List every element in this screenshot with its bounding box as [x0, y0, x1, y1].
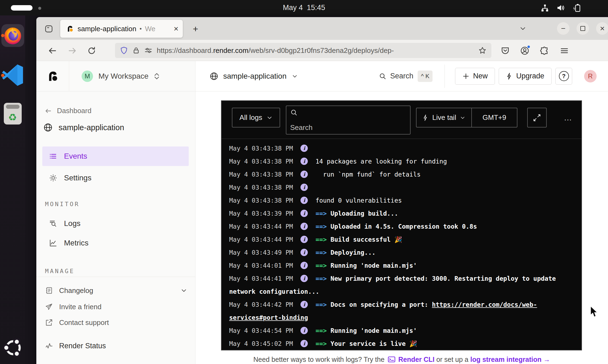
logs-search-icon — [49, 219, 57, 228]
battery-charging-icon — [572, 4, 581, 12]
log-arrow-green: ==> — [315, 340, 330, 347]
back-button[interactable] — [48, 46, 57, 55]
tab-bar: sample-application • We × + − × — [36, 17, 608, 40]
search-label: Search — [390, 72, 414, 80]
search-icon — [379, 72, 386, 80]
sidebar-divider — [36, 277, 195, 277]
browser-tab[interactable]: sample-application • We × — [60, 20, 183, 38]
sidebar-item-logs[interactable]: Logs — [42, 214, 189, 233]
log-message: ==> Build successful 🎉 — [315, 236, 402, 243]
bookmark-star-icon[interactable] — [478, 46, 487, 55]
log-row: May 4 03:43:39 PMi==> Uploading build... — [229, 207, 574, 220]
sidebar-item-settings[interactable]: Settings — [42, 168, 189, 188]
chevron-down-icon — [292, 73, 298, 79]
log-row: May 4 03:43:49 PMi==> Deploying... — [229, 246, 574, 259]
mouse-cursor — [590, 306, 598, 318]
log-search-input[interactable]: Search — [286, 106, 411, 135]
permissions-icon[interactable] — [144, 46, 152, 55]
log-message: ==> Uploading build... — [315, 210, 398, 217]
help-button[interactable]: ? — [555, 68, 572, 85]
search-icon — [290, 109, 298, 116]
info-icon[interactable]: i — [300, 249, 308, 256]
sidebar-back-to-dashboard[interactable]: Dashboard — [44, 107, 91, 115]
info-icon[interactable]: i — [300, 327, 308, 334]
info-icon[interactable]: i — [300, 171, 308, 178]
hamburger-menu-icon[interactable] — [560, 46, 569, 55]
info-icon[interactable]: i — [300, 340, 308, 347]
log-timestamp: May 4 03:43:38 PM — [229, 197, 293, 204]
events-list-icon — [49, 152, 57, 161]
footer-text: or set up a — [434, 356, 470, 363]
expand-logs-button[interactable] — [527, 108, 547, 127]
upgrade-button[interactable]: Upgrade — [499, 68, 552, 85]
dock-show-apps-ubuntu[interactable] — [0, 336, 25, 360]
dock-firefox[interactable] — [0, 24, 25, 47]
service-name: sample-application — [223, 72, 286, 81]
log-arrow-blue: ==> — [315, 249, 330, 256]
firefox-icon — [1, 24, 24, 47]
window-maximize-button[interactable] — [577, 22, 589, 35]
log-arrow-blue: ==> — [315, 301, 330, 308]
live-tail-dropdown[interactable]: Live tail — [417, 108, 471, 127]
lock-icon[interactable] — [132, 47, 140, 54]
system-clock[interactable]: May 4 15:45 — [0, 0, 608, 15]
service-selector[interactable]: sample-application — [210, 72, 298, 81]
log-message: 14 packages are looking for funding — [315, 158, 447, 165]
url-bar[interactable]: https://dashboard.render.com/web/srv-d0b… — [115, 43, 491, 58]
render-logo-cell[interactable] — [36, 61, 69, 91]
render-cli-link[interactable]: Render CLI — [398, 356, 434, 363]
tab-close-button[interactable]: × — [174, 25, 178, 33]
new-button[interactable]: New — [455, 68, 495, 85]
sidebar-item-metrics[interactable]: Metrics — [42, 233, 189, 253]
info-icon[interactable]: i — [300, 210, 308, 217]
global-search[interactable]: Search ^ K — [379, 71, 433, 82]
log-body[interactable]: May 4 03:43:38 PMiMay 4 03:43:38 PMi14 p… — [222, 139, 581, 350]
log-arrow-blue: ==> — [315, 275, 330, 282]
globe-icon — [43, 123, 53, 132]
volume-icon — [556, 4, 565, 12]
info-icon[interactable]: i — [300, 145, 308, 152]
account-icon[interactable] — [520, 46, 529, 55]
sidebar-item-render-status[interactable]: Render Status — [45, 338, 187, 353]
window-minimize-button[interactable]: − — [557, 22, 569, 35]
paper-plane-icon — [45, 303, 53, 311]
more-options-button[interactable]: … — [560, 108, 576, 127]
window-close-button[interactable]: × — [596, 22, 608, 35]
sidebar-item-invite-friend[interactable]: Invite a friend — [45, 299, 187, 314]
logs-footer-hint: Need better ways to work with logs? Try … — [196, 355, 608, 363]
user-avatar[interactable]: R — [584, 70, 597, 82]
reload-button[interactable] — [87, 46, 96, 55]
dock-vscode[interactable] — [0, 63, 25, 87]
extensions-icon[interactable] — [540, 46, 549, 55]
sidebar-service-name[interactable]: sample-application — [43, 123, 124, 132]
list-all-tabs-button[interactable] — [517, 23, 529, 34]
info-icon[interactable]: i — [300, 275, 308, 282]
question-mark-icon: ? — [559, 71, 569, 81]
firefox-view-button[interactable] — [43, 24, 55, 34]
info-icon[interactable]: i — [300, 158, 308, 165]
info-icon[interactable]: i — [300, 223, 308, 230]
forward-button[interactable] — [68, 46, 76, 55]
timezone-button[interactable]: GMT+9 — [472, 113, 517, 122]
search-shortcut-badge: ^ K — [418, 71, 433, 82]
info-icon[interactable]: i — [300, 184, 308, 191]
workspace-selector[interactable]: M My Workspace — [69, 61, 196, 91]
sidebar-item-contact-support[interactable]: Contact support — [45, 315, 187, 330]
dock-trash[interactable]: ♻ — [0, 103, 25, 124]
account-notification-badge — [527, 45, 530, 49]
system-tray[interactable] — [541, 0, 581, 15]
pocket-icon[interactable] — [501, 46, 510, 55]
info-icon[interactable]: i — [300, 197, 308, 204]
info-icon[interactable]: i — [300, 301, 308, 308]
new-tab-button[interactable]: + — [189, 22, 202, 36]
log-filter-dropdown[interactable]: All logs — [232, 108, 280, 127]
sidebar-item-changelog[interactable]: Changelog — [45, 283, 187, 298]
status-pulse-icon — [45, 342, 53, 350]
info-icon[interactable]: i — [300, 262, 308, 269]
footer-text: Need better ways to work with logs? Try … — [253, 356, 386, 363]
log-arrow-green: ==> — [315, 262, 330, 269]
tracking-shield-icon[interactable] — [120, 46, 128, 55]
info-icon[interactable]: i — [300, 236, 308, 243]
sidebar-item-events[interactable]: Events — [42, 146, 189, 166]
log-stream-integration-link[interactable]: log stream integration → — [470, 356, 550, 363]
